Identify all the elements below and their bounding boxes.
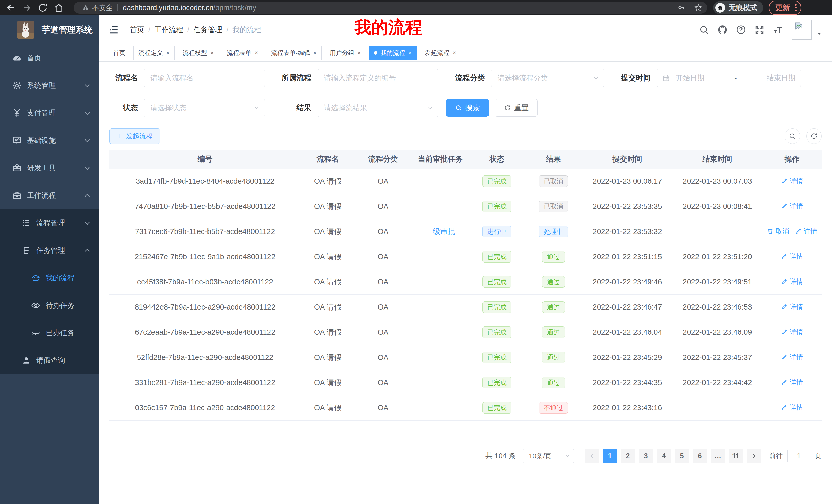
action-详情[interactable]: 详情 [781,202,803,211]
sidebar-item-已办任务[interactable]: 已办任务 [0,319,99,346]
search-button[interactable]: 搜索 [446,99,489,117]
cell-task [411,395,469,421]
action-详情[interactable]: 详情 [781,277,803,286]
cell-result: 通过 [524,270,582,295]
sidebar-item-请假查询[interactable]: 请假查询 [0,346,99,374]
cell-submit-time: 2022-01-22 23:44:35 [582,370,672,395]
sidebar-item-流程管理[interactable]: 流程管理 [0,209,99,236]
tab-流程模型[interactable]: 流程模型× [178,46,219,60]
status-badge: 已完成 [482,377,511,388]
help-icon[interactable] [736,25,746,35]
jump-input[interactable] [787,449,810,463]
date-range-picker[interactable]: 开始日期 - 结束日期 [657,69,801,87]
close-icon[interactable]: × [452,49,456,57]
sidebar-item-首页[interactable]: 首页 [0,44,99,72]
page-ellipsis[interactable]: … [711,449,725,463]
process-input[interactable] [317,69,438,87]
result-select[interactable]: 请选择流结果 [317,99,438,117]
tab-首页[interactable]: 首页 [108,46,130,60]
page-button-6[interactable]: 6 [693,449,707,463]
bookmark-star-icon[interactable] [694,4,702,12]
action-详情[interactable]: 详情 [781,252,803,261]
page-button-1[interactable]: 1 [603,449,617,463]
tab-发起流程[interactable]: 发起流程× [420,46,461,60]
table-row: 7470a810-7b9b-11ec-b5b7-acde48001122OA 请… [109,194,822,219]
close-icon[interactable]: × [210,49,214,57]
next-page-button[interactable] [747,449,761,463]
task-link[interactable]: 一级审批 [425,227,455,235]
cell-task: 一级审批 [411,219,469,244]
kebab-menu-icon[interactable] [795,4,797,11]
reload-icon[interactable] [37,3,48,13]
address-bar[interactable]: 不安全 dashboard.yudao.iocoder.cn/bpm/task/… [74,2,707,13]
key-icon[interactable] [677,4,685,12]
logo-row[interactable]: 芋道管理系统 [0,16,99,44]
tab-流程定义[interactable]: 流程定义× [133,46,175,60]
action-详情[interactable]: 详情 [781,353,803,362]
close-icon[interactable]: × [408,49,412,57]
page-button-5[interactable]: 5 [675,449,689,463]
breadcrumb-item[interactable]: 首页 [130,25,144,35]
sidebar-item-支付管理[interactable]: 支付管理 [0,99,99,127]
sidebar-item-我的流程[interactable]: 我的流程 [0,264,99,291]
cell-end-time: 2022-01-22 23:46:09 [672,320,762,345]
page-button-11[interactable]: 11 [729,449,743,463]
table-row: 03c6c157-7b9a-11ec-a290-acde48001122OA 请… [109,395,822,421]
page-size-select[interactable]: 10条/页 [523,449,574,463]
page-button-3[interactable]: 3 [639,449,653,463]
tab-流程表单[interactable]: 流程表单× [222,46,263,60]
page-button-2[interactable]: 2 [621,449,635,463]
close-icon[interactable]: × [357,49,361,57]
action-详情[interactable]: 详情 [781,403,803,412]
status-label: 状态 [109,103,144,113]
prev-page-button[interactable] [585,449,599,463]
show-search-button[interactable] [785,129,800,144]
create-process-button[interactable]: 发起流程 [109,129,160,144]
search-icon[interactable] [699,25,709,35]
category-select[interactable]: 请选择流程分类 [491,69,604,87]
reset-button[interactable]: 重置 [495,99,538,117]
breadcrumb-item[interactable]: 工作流程 [155,25,183,35]
sidebar-item-系统管理[interactable]: 系统管理 [0,72,99,99]
status-select[interactable]: 请选择状态 [144,99,265,117]
security-label[interactable]: 不安全 [92,3,113,12]
close-icon[interactable]: × [255,49,258,57]
cell-task [411,270,469,295]
sidebar-item-待办任务[interactable]: 待办任务 [0,291,99,319]
result-badge: 通过 [542,352,565,363]
action-详情[interactable]: 详情 [781,328,803,337]
action-详情[interactable]: 详情 [781,176,803,186]
home-icon[interactable] [53,3,64,13]
action-取消[interactable]: 取消 [767,227,789,236]
url-host: dashboard.yudao.iocoder.cn [123,4,213,11]
chevron-down-icon[interactable] [816,30,823,37]
name-input[interactable] [144,69,265,87]
page-button-4[interactable]: 4 [657,449,671,463]
github-icon[interactable] [717,25,728,35]
tab-流程表单-编辑[interactable]: 流程表单-编辑× [266,46,322,60]
breadcrumb-item[interactable]: 任务管理 [193,25,223,35]
refresh-table-button[interactable] [806,129,822,144]
close-icon[interactable]: × [166,49,170,57]
main-content: 流程名 所属流程 流程分类 请选择流程分类 提交时间 开始日期 - [99,62,832,504]
forward-icon[interactable] [22,3,32,13]
tab-用户分组[interactable]: 用户分组× [325,46,366,60]
update-label[interactable]: 更新 [775,3,790,12]
sidebar-item-研发工具[interactable]: 研发工具 [0,154,99,181]
fullscreen-icon[interactable] [754,25,765,35]
action-详情[interactable]: 详情 [781,302,803,311]
back-icon[interactable] [6,3,16,13]
font-size-icon[interactable] [773,25,783,35]
action-详情[interactable]: 详情 [795,227,817,236]
tab-我的流程[interactable]: 我的流程× [369,46,417,60]
sidebar-item-工作流程[interactable]: 工作流程 [0,181,99,209]
browser-menu[interactable]: 更新 [769,1,801,15]
collapse-sidebar-icon[interactable] [108,24,119,35]
action-详情[interactable]: 详情 [781,378,803,387]
column-header: 当前审批任务 [411,150,469,169]
avatar[interactable] [792,20,812,40]
cell-result: 已取消 [524,169,582,194]
close-icon[interactable]: × [313,49,317,57]
sidebar-item-基础设施[interactable]: 基础设施 [0,127,99,154]
sidebar-item-任务管理[interactable]: 任务管理 [0,236,99,264]
